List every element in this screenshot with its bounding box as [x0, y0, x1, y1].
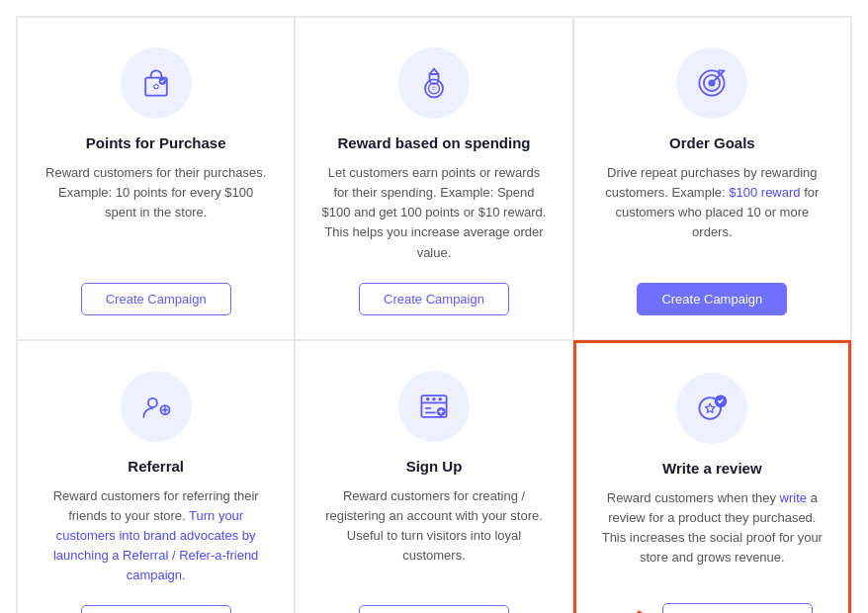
card-desc-sign-up: Reward customers for creating / register…: [319, 486, 548, 586]
card-title-write-a-review: Write a review: [662, 460, 762, 477]
card-desc-reward-based-on-spending: Let customers earn points or rewards for…: [319, 163, 548, 263]
signup-icon: [398, 371, 470, 442]
review-icon: [676, 373, 747, 444]
campaign-card-referral: ReferralReward customers for referring t…: [17, 340, 295, 613]
svg-point-16: [438, 397, 442, 401]
card-desc-referral: Reward customers for referring their fri…: [42, 486, 270, 586]
create-campaign-btn-reward-based-on-spending[interactable]: Create Campaign: [359, 283, 509, 315]
svg-point-14: [426, 397, 430, 401]
create-campaign-btn-order-goals[interactable]: Create Campaign: [637, 283, 787, 315]
card-title-referral: Referral: [128, 458, 184, 475]
card-title-reward-based-on-spending: Reward based on spending: [337, 134, 530, 151]
campaign-card-sign-up: Sign UpReward customers for creating / r…: [295, 340, 572, 613]
target-icon: [676, 47, 747, 119]
card-title-order-goals: Order Goals: [669, 134, 755, 151]
campaign-card-reward-based-on-spending: Reward based on spendingLet customers ea…: [295, 17, 572, 340]
svg-point-15: [432, 397, 436, 401]
arrow-indicator: [611, 608, 654, 613]
referral-icon: [121, 371, 192, 442]
campaign-card-write-a-review: Write a reviewReward customers when they…: [573, 340, 851, 613]
card-desc-write-a-review: Reward customers when they write a revie…: [600, 488, 825, 584]
card-title-sign-up: Sign Up: [406, 458, 463, 475]
card-title-points-for-purchase: Points for Purchase: [86, 134, 226, 151]
medal-icon: [398, 47, 470, 119]
card-desc-points-for-purchase: Reward customers for their purchases. Ex…: [42, 163, 270, 263]
create-campaign-btn-referral[interactable]: Create Campaign: [81, 605, 231, 613]
campaign-card-points-for-purchase: Points for PurchaseReward customers for …: [17, 17, 295, 340]
campaign-grid: Points for PurchaseReward customers for …: [16, 16, 852, 613]
card-desc-order-goals: Drive repeat purchases by rewarding cust…: [598, 163, 826, 263]
shopping-bag-icon: [121, 47, 192, 119]
create-campaign-btn-points-for-purchase[interactable]: Create Campaign: [81, 283, 231, 315]
svg-point-10: [148, 398, 157, 407]
campaign-card-order-goals: Order GoalsDrive repeat purchases by rew…: [573, 17, 851, 340]
create-campaign-btn-sign-up[interactable]: Create Campaign: [359, 605, 509, 613]
svg-rect-18: [425, 411, 436, 413]
create-campaign-btn-write-a-review[interactable]: Create Campaign: [662, 603, 813, 613]
svg-rect-17: [425, 407, 431, 409]
